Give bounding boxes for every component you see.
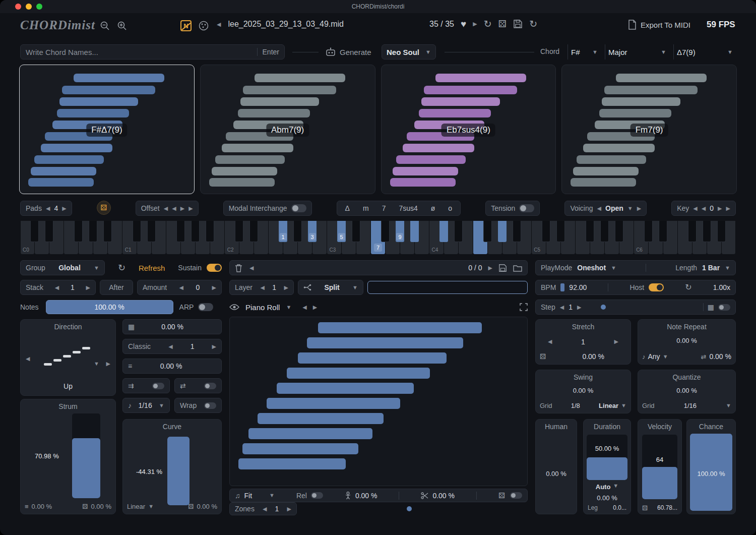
swing-percent[interactable]: 0.00 % [536, 387, 631, 394]
humanize-control[interactable]: ▦ 0.00 % [122, 319, 222, 334]
dice-icon[interactable]: ⚄ [540, 353, 546, 360]
layer-prev-button[interactable]: ◀ [260, 285, 264, 290]
root-dropdown[interactable]: F#▼ [568, 44, 601, 60]
piano-key-A#4[interactable] [513, 221, 521, 242]
piano-key-G#4[interactable] [498, 221, 507, 242]
minimize-button[interactable] [26, 4, 32, 10]
spread-control[interactable]: ≡ 0.00 % [122, 359, 222, 374]
tension-toggle[interactable] [519, 204, 534, 212]
eye-icon[interactable] [229, 304, 239, 311]
piano-key-G#2[interactable] [293, 221, 302, 242]
piano-key-D#1[interactable] [147, 221, 156, 242]
rate-dropdown[interactable]: ♪ 1/16 ▼ [122, 398, 170, 413]
piano-key-D#6[interactable] [659, 221, 667, 242]
dice-icon[interactable]: ⚄ [498, 492, 505, 499]
piano-roll-note[interactable] [258, 413, 384, 424]
piano-roll-note[interactable] [242, 443, 358, 454]
piano-key-A#1[interactable] [206, 221, 214, 242]
note-repeat-gate-control[interactable]: ⇄ 0.00 % [701, 352, 732, 361]
zones-prev-button[interactable]: ◀ [263, 506, 267, 512]
piano-key-G#3[interactable]: 9 [396, 221, 404, 242]
zones-next-button[interactable]: ▶ [287, 506, 291, 512]
chord-type-7sus4[interactable]: 7sus4 [396, 204, 420, 212]
key-down-button[interactable]: ◀ [702, 206, 706, 211]
piano-key-G#1[interactable] [191, 221, 200, 242]
classic-prev-button[interactable]: ◀ [168, 344, 172, 349]
strum-offset-control[interactable]: ≡0.00 % [25, 503, 52, 510]
refresh-button[interactable]: Refresh [139, 264, 165, 272]
folder-icon[interactable] [513, 264, 522, 272]
piano-key-F#4[interactable] [483, 221, 492, 242]
increment-button[interactable]: ▶ [62, 206, 66, 211]
piano-key-A#5[interactable] [615, 221, 623, 242]
stretch-increment-button[interactable]: ▶ [614, 339, 618, 344]
voicing-next-button[interactable]: ▶ [637, 206, 641, 211]
shuffle-toggle[interactable] [152, 383, 164, 389]
piano-key-D#3[interactable] [352, 221, 360, 242]
piano-roll-note[interactable] [277, 383, 414, 394]
piano-key-A#6[interactable] [717, 221, 726, 242]
human-percent[interactable]: 0.00 % [536, 470, 577, 478]
note-repeat-mode-dropdown[interactable]: ♪ Any ▼ [642, 352, 668, 361]
piano-key-F#2[interactable]: 1 [279, 221, 287, 242]
swap-toggle[interactable] [204, 383, 216, 389]
chord-pad-4[interactable]: Fm7(9) [561, 65, 737, 194]
curve-slider[interactable] [167, 437, 190, 505]
piano-key-G#6[interactable] [703, 221, 711, 242]
stack-increment-button[interactable]: ▶ [86, 285, 90, 290]
piano-key-C#4[interactable] [439, 221, 448, 242]
chord-type-maj7[interactable]: Δ [342, 204, 353, 212]
enter-button[interactable]: Enter [257, 48, 279, 56]
playmode-dropdown[interactable]: PlayMode Oneshot ▼ [541, 264, 616, 272]
chord-type-7[interactable]: 7 [379, 204, 389, 212]
piano-key-C#0[interactable] [30, 221, 39, 242]
duration-slider[interactable]: 50.00 % [587, 435, 627, 480]
pattern-next-button[interactable]: ▶ [488, 265, 492, 271]
voicing-value[interactable]: Open [605, 204, 623, 212]
chord-pad-3[interactable]: Eb7sus4(9) [381, 65, 556, 194]
key-down-fast-button[interactable]: ◀ [693, 206, 697, 211]
style-dropdown[interactable]: Neo Soul ▼ [382, 44, 436, 60]
chord-pad-2[interactable]: Abm7(9) [200, 65, 375, 194]
classic-next-button[interactable]: ▶ [212, 344, 216, 349]
save-icon[interactable] [513, 19, 523, 29]
grid-random-icon[interactable]: ▦ [708, 304, 714, 311]
strum-slider[interactable] [72, 413, 100, 498]
zone-position-indicator[interactable] [407, 506, 412, 511]
generate-button[interactable]: Generate [326, 46, 371, 58]
amount-decrement-button[interactable]: ◀ [179, 285, 183, 290]
dice-icon[interactable]: ⚄ [642, 505, 648, 511]
modal-interchange-toggle[interactable] [291, 204, 306, 212]
trash-icon[interactable] [235, 264, 242, 272]
piano-key-D#2[interactable] [249, 221, 258, 242]
piano-roll-note[interactable] [248, 428, 372, 439]
direction-prev-button[interactable]: ◀ [26, 356, 30, 362]
piano-roll-note[interactable] [238, 458, 346, 469]
direction-next-button[interactable]: ▶ [106, 361, 110, 367]
view-dropdown[interactable]: Piano Roll [245, 303, 280, 312]
chord-pad-1[interactable]: F#Δ7(9) [19, 65, 195, 194]
randomize-icon[interactable]: ⚄ [498, 19, 507, 29]
reload-group-icon[interactable]: ↻ [118, 263, 125, 272]
piano-key-A#0[interactable] [103, 221, 112, 242]
piano-key-C#3[interactable]: 5 [337, 221, 346, 242]
bpm-drag-handle[interactable] [560, 283, 564, 291]
zoom-out-icon[interactable] [100, 21, 110, 31]
step-prev-button[interactable]: ◀ [560, 305, 564, 310]
piano-roll-note[interactable] [267, 398, 400, 409]
strum-random-control[interactable]: ⚄0.00 % [82, 503, 111, 510]
piano-key-D#0[interactable] [45, 221, 53, 242]
prev-file-button[interactable]: ◀ [217, 22, 221, 27]
piano-key-F#3[interactable] [381, 221, 390, 242]
curve-mode-dropdown[interactable]: Linear▼ [127, 503, 154, 510]
offset-left-button[interactable]: ◀ [172, 206, 176, 211]
extension-dropdown[interactable]: Δ7(9)▼ [673, 44, 736, 60]
notes-amount-slider[interactable]: 100.00 % [46, 300, 173, 314]
swing-mode-dropdown[interactable]: Linear ▼ [599, 402, 626, 409]
piano-key-A#2[interactable]: 3 [308, 221, 317, 242]
chord-type-minor[interactable]: m [360, 204, 372, 212]
layer-next-button[interactable]: ▶ [284, 285, 288, 290]
velocity-random-value[interactable]: 60.78... [657, 504, 677, 511]
key-up-button[interactable]: ▶ [718, 206, 722, 211]
fit-dropdown[interactable]: ♫ Fit ▼ [235, 492, 275, 500]
